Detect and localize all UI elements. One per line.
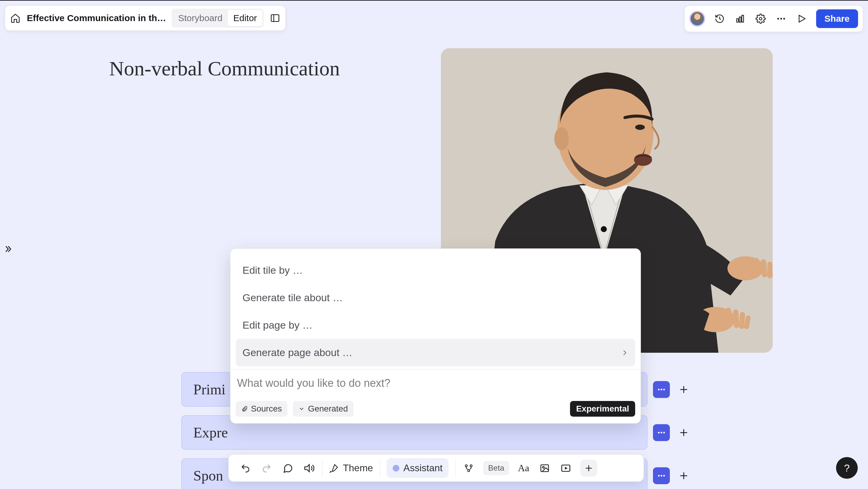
tab-editor[interactable]: Editor bbox=[228, 10, 262, 26]
undo-button[interactable] bbox=[239, 462, 252, 475]
paperclip-icon bbox=[241, 405, 248, 412]
brush-icon bbox=[329, 463, 339, 473]
comment-button[interactable] bbox=[281, 462, 294, 475]
svg-rect-4 bbox=[742, 15, 743, 22]
svg-rect-45 bbox=[541, 464, 549, 471]
panel-toggle-icon bbox=[270, 13, 280, 23]
chevron-down-icon bbox=[298, 405, 305, 412]
settings-button[interactable] bbox=[754, 13, 767, 25]
svg-rect-2 bbox=[737, 19, 738, 22]
play-button[interactable] bbox=[796, 13, 808, 25]
assistant-suggestion-label: Generate page about … bbox=[243, 347, 352, 358]
assistant-suggestion[interactable]: Edit tile by … bbox=[236, 257, 635, 284]
svg-rect-0 bbox=[271, 15, 279, 22]
assistant-suggestion-label: Edit tile by … bbox=[243, 264, 303, 276]
assistant-input-row bbox=[230, 369, 641, 395]
accordion-add-button[interactable] bbox=[675, 424, 692, 441]
svg-point-13 bbox=[635, 125, 645, 130]
svg-point-36 bbox=[658, 475, 660, 477]
chevron-right-icon bbox=[621, 349, 628, 357]
assistant-suggestions: Edit tile by … Generate tile about … Edi… bbox=[230, 249, 641, 369]
generated-chip-label: Generated bbox=[308, 404, 348, 414]
beta-badge: Beta bbox=[483, 461, 509, 475]
svg-marker-41 bbox=[305, 464, 309, 472]
assistant-toggle[interactable]: Assistant bbox=[386, 458, 449, 478]
svg-point-37 bbox=[660, 475, 662, 477]
image-button[interactable] bbox=[538, 462, 551, 475]
svg-marker-48 bbox=[565, 467, 568, 469]
theme-button[interactable]: Theme bbox=[329, 462, 373, 474]
help-button[interactable]: ? bbox=[836, 457, 858, 479]
play-icon bbox=[797, 13, 807, 24]
accordion-add-button[interactable] bbox=[675, 381, 692, 398]
assistant-dot-icon bbox=[393, 465, 399, 471]
home-icon bbox=[10, 13, 21, 23]
panel-toggle-button[interactable] bbox=[269, 12, 281, 24]
assistant-suggestion[interactable]: Generate tile about … bbox=[236, 284, 635, 312]
more-icon bbox=[657, 385, 666, 394]
svg-point-7 bbox=[780, 18, 782, 20]
expand-sidebar-button[interactable] bbox=[3, 244, 13, 254]
analytics-button[interactable] bbox=[734, 13, 746, 25]
theme-button-label: Theme bbox=[343, 462, 373, 474]
generated-chip[interactable]: Generated bbox=[293, 401, 353, 417]
svg-rect-19 bbox=[767, 262, 772, 278]
undo-icon bbox=[240, 463, 251, 473]
gear-icon bbox=[755, 13, 766, 24]
share-button[interactable]: Share bbox=[816, 9, 858, 28]
experimental-badge: Experimental bbox=[570, 401, 635, 417]
svg-point-32 bbox=[660, 432, 662, 433]
svg-point-12 bbox=[554, 127, 569, 150]
topbar-right: Share bbox=[684, 5, 863, 32]
branch-button[interactable] bbox=[462, 462, 475, 475]
video-button[interactable] bbox=[559, 462, 572, 475]
avatar[interactable] bbox=[689, 11, 705, 27]
page-title[interactable]: Non-verbal Communication bbox=[109, 57, 340, 80]
bottom-toolbar: Theme Assistant Beta Aa bbox=[228, 454, 644, 482]
project-title[interactable]: Effective Communication in th… bbox=[27, 13, 166, 23]
assistant-suggestion[interactable]: Edit page by … bbox=[236, 312, 635, 339]
speaker-icon bbox=[303, 463, 314, 474]
redo-button[interactable] bbox=[260, 462, 273, 475]
sources-chip-label: Sources bbox=[251, 404, 282, 414]
plus-icon bbox=[679, 384, 689, 395]
add-block-button[interactable] bbox=[580, 460, 597, 477]
accordion-add-button[interactable] bbox=[675, 467, 692, 484]
assistant-footer: Sources Generated Experimental bbox=[230, 395, 641, 423]
plus-icon bbox=[679, 470, 689, 481]
accordion-item-more-button[interactable] bbox=[653, 381, 670, 398]
audio-button[interactable] bbox=[302, 462, 315, 475]
accordion-item-more-button[interactable] bbox=[653, 424, 670, 441]
svg-point-5 bbox=[759, 18, 762, 20]
svg-rect-3 bbox=[739, 17, 741, 22]
svg-point-8 bbox=[783, 18, 785, 20]
svg-point-26 bbox=[658, 389, 660, 390]
svg-point-38 bbox=[663, 475, 665, 477]
svg-point-27 bbox=[660, 389, 662, 390]
home-button[interactable] bbox=[9, 12, 22, 24]
bar-chart-icon bbox=[735, 13, 745, 24]
assistant-toggle-label: Assistant bbox=[404, 462, 443, 474]
comment-icon bbox=[282, 463, 293, 474]
history-button[interactable] bbox=[714, 13, 726, 25]
assistant-suggestion[interactable]: Generate page about … bbox=[236, 339, 635, 366]
more-icon bbox=[776, 13, 786, 24]
text-button[interactable]: Aa bbox=[517, 462, 530, 475]
more-button[interactable] bbox=[775, 13, 787, 25]
tab-storyboard[interactable]: Storyboard bbox=[173, 10, 228, 26]
topbar-left: Effective Communication in th… Storyboar… bbox=[5, 5, 286, 31]
svg-point-42 bbox=[465, 464, 467, 467]
assistant-suggestion-label: Edit page by … bbox=[243, 319, 312, 331]
assistant-input[interactable] bbox=[237, 377, 634, 390]
chevron-double-right-icon bbox=[3, 244, 13, 254]
svg-point-46 bbox=[542, 466, 545, 468]
accordion-item-label: Primi bbox=[193, 381, 226, 398]
svg-point-33 bbox=[663, 432, 665, 433]
sources-chip[interactable]: Sources bbox=[236, 401, 287, 417]
accordion-item-more-button[interactable] bbox=[653, 467, 670, 484]
svg-point-15 bbox=[601, 226, 607, 232]
svg-point-31 bbox=[658, 432, 660, 433]
plus-icon bbox=[584, 464, 593, 473]
accordion-item-label: Spon bbox=[193, 467, 223, 484]
video-icon bbox=[560, 463, 571, 474]
